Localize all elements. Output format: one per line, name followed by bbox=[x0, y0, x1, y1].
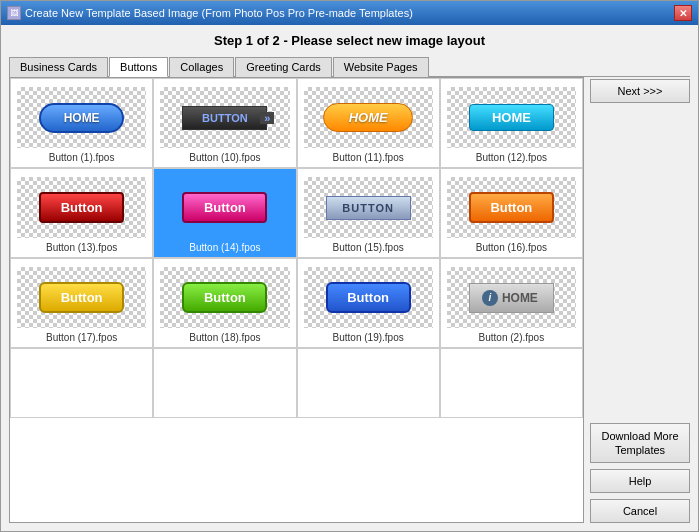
btn-preview-6: Button bbox=[182, 192, 267, 223]
btn-preview-2: BUTTON bbox=[182, 106, 267, 130]
grid-cell-16[interactable] bbox=[440, 348, 583, 418]
cell-image-5: Button bbox=[17, 177, 146, 238]
btn-preview-1: HOME bbox=[39, 103, 124, 133]
template-grid: HOME Button (1).fpos BUTTON Button (10).… bbox=[10, 78, 583, 418]
cell-image-8: Button bbox=[447, 177, 576, 238]
btn-icon bbox=[482, 290, 498, 306]
cell-label-7: Button (15).fpos bbox=[333, 242, 404, 253]
cell-label-6: Button (14).fpos bbox=[189, 242, 260, 253]
cell-label-5: Button (13).fpos bbox=[46, 242, 117, 253]
main-area: HOME Button (1).fpos BUTTON Button (10).… bbox=[9, 77, 690, 523]
tab-collages[interactable]: Collages bbox=[169, 57, 234, 77]
title-bar-left: 🖼 Create New Template Based Image (From … bbox=[7, 6, 413, 20]
grid-cell-10[interactable]: Button Button (18).fpos bbox=[153, 258, 296, 348]
btn-preview-7: BUTTON bbox=[326, 196, 411, 220]
content-area: Step 1 of 2 - Please select new image la… bbox=[1, 25, 698, 531]
sidebar: Next >>> Download More Templates Help Ca… bbox=[590, 77, 690, 523]
cell-image-6: Button bbox=[160, 177, 289, 238]
btn-preview-8: Button bbox=[469, 192, 554, 223]
tab-greeting-cards[interactable]: Greeting Cards bbox=[235, 57, 332, 77]
btn-preview-4: HOME bbox=[469, 104, 554, 131]
grid-cell-12[interactable]: HOME Button (2).fpos bbox=[440, 258, 583, 348]
grid-cell-7[interactable]: BUTTON Button (15).fpos bbox=[297, 168, 440, 258]
step-title: Step 1 of 2 - Please select new image la… bbox=[9, 33, 690, 48]
tab-business-cards[interactable]: Business Cards bbox=[9, 57, 108, 77]
grid-cell-5[interactable]: Button Button (13).fpos bbox=[10, 168, 153, 258]
sidebar-spacer bbox=[590, 109, 690, 417]
cell-image-12: HOME bbox=[447, 267, 576, 328]
cell-label-2: Button (10).fpos bbox=[189, 152, 260, 163]
grid-cell-6[interactable]: Button Button (14).fpos bbox=[153, 168, 296, 258]
cell-label-9: Button (17).fpos bbox=[46, 332, 117, 343]
grid-cell-1[interactable]: HOME Button (1).fpos bbox=[10, 78, 153, 168]
grid-cell-2[interactable]: BUTTON Button (10).fpos bbox=[153, 78, 296, 168]
cell-label-12: Button (2).fpos bbox=[479, 332, 545, 343]
tab-bar: Business Cards Buttons Collages Greeting… bbox=[9, 56, 690, 77]
cell-label-1: Button (1).fpos bbox=[49, 152, 115, 163]
btn-preview-12: HOME bbox=[469, 283, 554, 313]
cell-image-4: HOME bbox=[447, 87, 576, 148]
grid-cell-3[interactable]: HOME Button (11).fpos bbox=[297, 78, 440, 168]
close-button[interactable]: ✕ bbox=[674, 5, 692, 21]
cell-image-3: HOME bbox=[304, 87, 433, 148]
btn-preview-3: HOME bbox=[323, 103, 413, 132]
grid-cell-8[interactable]: Button Button (16).fpos bbox=[440, 168, 583, 258]
template-grid-container: HOME Button (1).fpos BUTTON Button (10).… bbox=[9, 77, 584, 523]
cell-label-4: Button (12).fpos bbox=[476, 152, 547, 163]
cancel-button[interactable]: Cancel bbox=[590, 499, 690, 523]
cell-label-11: Button (19).fpos bbox=[333, 332, 404, 343]
cell-image-11: Button bbox=[304, 267, 433, 328]
template-grid-scroll[interactable]: HOME Button (1).fpos BUTTON Button (10).… bbox=[10, 78, 583, 522]
btn-preview-10: Button bbox=[182, 282, 267, 313]
grid-cell-13[interactable] bbox=[10, 348, 153, 418]
tab-website-pages[interactable]: Website Pages bbox=[333, 57, 429, 77]
next-button[interactable]: Next >>> bbox=[590, 79, 690, 103]
grid-cell-11[interactable]: Button Button (19).fpos bbox=[297, 258, 440, 348]
title-bar: 🖼 Create New Template Based Image (From … bbox=[1, 1, 698, 25]
cell-image-2: BUTTON bbox=[160, 87, 289, 148]
btn-preview-11: Button bbox=[326, 282, 411, 313]
cell-image-9: Button bbox=[17, 267, 146, 328]
window-title: Create New Template Based Image (From Ph… bbox=[25, 7, 413, 19]
btn-text-12: HOME bbox=[502, 291, 538, 305]
grid-cell-9[interactable]: Button Button (17).fpos bbox=[10, 258, 153, 348]
grid-cell-14[interactable] bbox=[153, 348, 296, 418]
help-button[interactable]: Help bbox=[590, 469, 690, 493]
tab-buttons[interactable]: Buttons bbox=[109, 57, 168, 77]
cell-image-7: BUTTON bbox=[304, 177, 433, 238]
grid-cell-4[interactable]: HOME Button (12).fpos bbox=[440, 78, 583, 168]
cell-image-1: HOME bbox=[17, 87, 146, 148]
download-templates-button[interactable]: Download More Templates bbox=[590, 423, 690, 463]
window-icon: 🖼 bbox=[7, 6, 21, 20]
cell-label-3: Button (11).fpos bbox=[333, 152, 404, 163]
cell-image-10: Button bbox=[160, 267, 289, 328]
main-window: 🖼 Create New Template Based Image (From … bbox=[0, 0, 699, 532]
grid-cell-15[interactable] bbox=[297, 348, 440, 418]
cell-label-8: Button (16).fpos bbox=[476, 242, 547, 253]
btn-preview-5: Button bbox=[39, 192, 124, 223]
btn-preview-9: Button bbox=[39, 282, 124, 313]
cell-label-10: Button (18).fpos bbox=[189, 332, 260, 343]
